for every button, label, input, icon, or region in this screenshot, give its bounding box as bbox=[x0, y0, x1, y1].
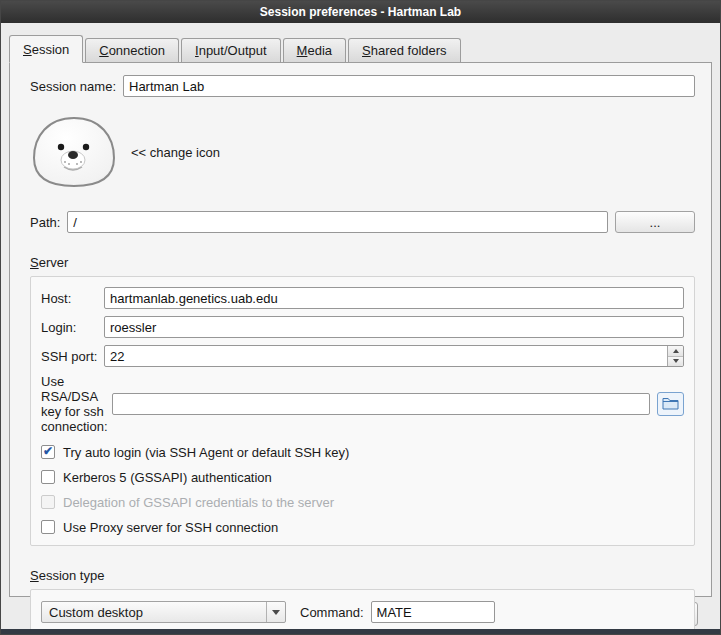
rsa-key-input[interactable] bbox=[112, 393, 650, 415]
path-label: Path: bbox=[30, 215, 60, 230]
tab-session[interactable]: Session bbox=[9, 35, 83, 63]
kerberos-checkbox-row[interactable]: Kerberos 5 (GSSAPI) authentication bbox=[41, 469, 684, 485]
arrow-down-icon bbox=[673, 359, 679, 363]
auto-login-checkbox[interactable] bbox=[41, 445, 55, 459]
ssh-port-input[interactable] bbox=[104, 345, 684, 367]
session-type-dropdown[interactable]: Custom desktop bbox=[41, 601, 286, 623]
dropdown-arrow-box bbox=[266, 602, 285, 622]
key-browse-button[interactable] bbox=[657, 392, 684, 416]
auto-login-checkbox-row[interactable]: Try auto login (via SSH Agent or default… bbox=[41, 444, 684, 460]
login-input[interactable] bbox=[104, 316, 684, 338]
kerberos-checkbox[interactable] bbox=[41, 470, 55, 484]
path-row: Path: ... bbox=[30, 211, 695, 233]
change-icon-label: << change icon bbox=[131, 145, 220, 160]
session-name-row: Session name: bbox=[30, 75, 695, 97]
session-type-frame: Custom desktop Command: bbox=[30, 589, 695, 629]
session-type-group-label: Session type bbox=[30, 568, 695, 584]
arrow-up-icon bbox=[673, 349, 679, 353]
proxy-checkbox[interactable] bbox=[41, 520, 55, 534]
command-label: Command: bbox=[300, 605, 364, 620]
window-titlebar[interactable]: Session preferences - Hartman Lab bbox=[1, 1, 720, 23]
rsa-key-label: Use RSA/DSA key for ssh connection: bbox=[41, 374, 104, 434]
host-input[interactable] bbox=[104, 287, 684, 309]
spin-up-button[interactable] bbox=[668, 346, 683, 357]
tab-media[interactable]: Media bbox=[283, 38, 346, 62]
path-browse-button[interactable]: ... bbox=[615, 211, 695, 233]
ssh-port-spinner bbox=[104, 345, 684, 367]
dialog-content: Session Connection Input/Output Media Sh… bbox=[1, 23, 720, 629]
session-type-dropdown-value: Custom desktop bbox=[42, 605, 266, 620]
rsa-key-row: Use RSA/DSA key for ssh connection: bbox=[41, 374, 684, 434]
spin-buttons bbox=[667, 346, 683, 366]
gssapi-delegation-checkbox-row: Delegation of GSSAPI credentials to the … bbox=[41, 494, 684, 510]
server-group-label: Server bbox=[30, 255, 695, 271]
tab-connection[interactable]: Connection bbox=[85, 38, 179, 62]
session-preferences-window: Session preferences - Hartman Lab Sessio… bbox=[0, 0, 721, 635]
seal-mascot-icon[interactable] bbox=[30, 114, 118, 190]
proxy-label: Use Proxy server for SSH connection bbox=[63, 520, 278, 535]
window-title: Session preferences - Hartman Lab bbox=[260, 5, 461, 19]
spin-down-button[interactable] bbox=[668, 357, 683, 367]
login-row: Login: bbox=[41, 316, 684, 338]
gssapi-delegation-label: Delegation of GSSAPI credentials to the … bbox=[63, 495, 334, 510]
window-bottom-edge bbox=[1, 629, 720, 634]
host-row: Host: bbox=[41, 287, 684, 309]
ssh-port-row: SSH port: bbox=[41, 345, 684, 367]
chevron-down-icon bbox=[272, 610, 280, 615]
tab-input-output[interactable]: Input/Output bbox=[181, 38, 281, 62]
tab-shared-folders[interactable]: Shared folders bbox=[348, 38, 461, 62]
session-name-input[interactable] bbox=[123, 75, 695, 97]
tab-bar: Session Connection Input/Output Media Sh… bbox=[9, 35, 712, 62]
session-icon-row: << change icon bbox=[30, 113, 695, 191]
tab-pane-session: Session name: bbox=[9, 62, 712, 597]
login-label: Login: bbox=[41, 320, 104, 335]
ssh-port-label: SSH port: bbox=[41, 349, 104, 364]
kerberos-label: Kerberos 5 (GSSAPI) authentication bbox=[63, 470, 272, 485]
folder-icon bbox=[662, 396, 679, 413]
proxy-checkbox-row[interactable]: Use Proxy server for SSH connection bbox=[41, 519, 684, 535]
session-name-label: Session name: bbox=[30, 79, 116, 94]
command-input[interactable] bbox=[371, 601, 495, 623]
server-group-frame: Host: Login: SSH port: bbox=[30, 276, 695, 546]
gssapi-delegation-checkbox bbox=[41, 495, 55, 509]
host-label: Host: bbox=[41, 291, 104, 306]
auto-login-label: Try auto login (via SSH Agent or default… bbox=[63, 445, 349, 460]
path-input[interactable] bbox=[67, 211, 608, 233]
